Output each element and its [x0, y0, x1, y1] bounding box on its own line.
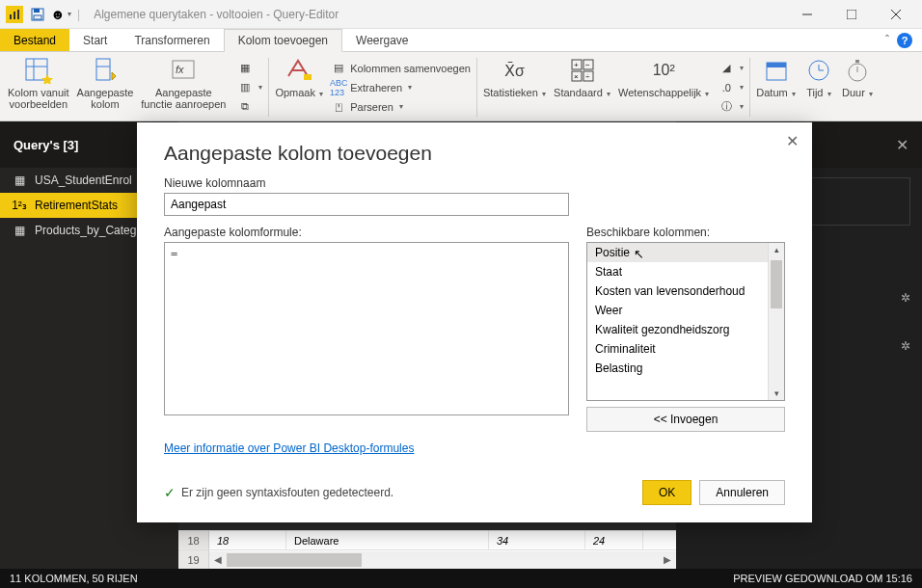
information-button[interactable]: ⓘ▾ [715, 97, 747, 117]
table-row[interactable]: 18 18 Delaware 34 24 [178, 530, 676, 549]
svg-text:+: + [574, 61, 579, 69]
syntax-status: ✓ Er zijn geen syntaxisfouten gedetectee… [164, 485, 393, 500]
duration-button[interactable]: Duur ▾ [838, 54, 877, 120]
index-column-button[interactable]: ▥▾ [233, 78, 266, 97]
stopwatch-icon [842, 56, 873, 85]
trig-icon: ◢ [719, 61, 734, 76]
svg-rect-0 [10, 14, 12, 19]
dialog-close-button[interactable]: ✕ [786, 132, 799, 150]
column-item-kwaliteit[interactable]: Kwaliteit gezondheidszorg [587, 320, 784, 339]
ribbon-tabs: Bestand Start Transformeren Kolom toevoe… [0, 29, 922, 52]
save-button[interactable] [27, 4, 48, 25]
ok-button[interactable]: OK [642, 480, 692, 505]
format-icon [284, 56, 314, 85]
horizontal-scrollbar[interactable]: ◀ ▶ [209, 551, 676, 569]
round-icon: .0 [719, 80, 734, 95]
svg-rect-2 [17, 10, 19, 19]
help-icon[interactable]: ? [897, 33, 912, 48]
columns-scrollbar[interactable]: ▴ ▾ [768, 243, 784, 400]
scientific-button[interactable]: 10² Wetenschappelijk ▾ [614, 54, 713, 120]
function-icon: fx [168, 56, 199, 85]
collapse-ribbon-icon[interactable]: ˆ [885, 34, 889, 47]
column-item-belasting[interactable]: Belasting [587, 359, 784, 378]
column-item-weer[interactable]: Weer [587, 301, 784, 320]
table-icon: ▦ [12, 224, 27, 237]
parse-icon: ⍞ [331, 99, 346, 115]
title-bar: ☻▾ | Algemene querytaken - voltooien - Q… [0, 0, 922, 29]
svg-rect-35 [855, 60, 859, 63]
tab-file[interactable]: Bestand [0, 29, 69, 51]
duplicate-icon: ⧉ [237, 99, 253, 115]
duplicate-column-button[interactable]: ⧉ [233, 97, 266, 117]
parse-button[interactable]: ⍞Parseren▾ [327, 97, 475, 117]
available-columns-label: Beschikbare kolommen: [586, 226, 785, 239]
table-star-icon [23, 56, 54, 85]
new-column-name-input[interactable] [164, 193, 569, 216]
tab-view[interactable]: Weergave [342, 29, 421, 51]
save-icon [30, 7, 45, 22]
column-item-kosten[interactable]: Kosten van levensonderhoud [587, 281, 784, 301]
clock-icon [803, 56, 834, 85]
cancel-button[interactable]: Annuleren [699, 480, 785, 505]
tab-transform[interactable]: Transformeren [121, 29, 223, 51]
ribbon-help: ˆ ? [885, 29, 922, 51]
gear-icon[interactable]: ✲ [901, 339, 910, 353]
index-icon: ▥ [237, 80, 253, 95]
time-button[interactable]: Tijd ▾ [800, 54, 838, 120]
gear-icon[interactable]: ✲ [901, 291, 910, 305]
custom-column-icon [90, 56, 121, 85]
formula-label: Aangepaste kolomformule: [164, 226, 569, 239]
sigma-icon: X̄σ [500, 56, 530, 85]
svg-text:−: − [585, 61, 590, 69]
info-icon: ⓘ [719, 99, 734, 115]
standard-button[interactable]: +−×÷ Standaard ▾ [550, 54, 614, 120]
table-icon: ▦ [12, 174, 27, 187]
dialog-title: Aangepaste kolom toevoegen [164, 142, 785, 165]
smiley-icon: ☻ [50, 6, 66, 22]
svg-rect-7 [847, 10, 856, 19]
formula-input[interactable]: = [164, 242, 569, 415]
statistics-button[interactable]: X̄σ Statistieken ▾ [479, 54, 550, 120]
close-button[interactable] [874, 0, 918, 29]
conditional-column-button[interactable]: ▦ [233, 59, 266, 78]
table-row[interactable]: 19 ◀ ▶ [178, 549, 676, 569]
column-from-examples-button[interactable]: Kolom vanuit voorbeelden [4, 54, 73, 120]
rounding-button[interactable]: .0▾ [715, 78, 747, 97]
column-item-staat[interactable]: Staat [587, 262, 784, 281]
checkmark-icon: ✓ [164, 485, 176, 500]
formula-help-link[interactable]: Meer informatie over Power BI Desktop-fo… [164, 441, 785, 455]
condition-icon: ▦ [237, 61, 253, 76]
extract-button[interactable]: ABC123Extraheren▾ [327, 78, 475, 97]
maximize-button[interactable] [829, 0, 874, 29]
emoji-button[interactable]: ☻▾ [50, 4, 71, 25]
column-row-count: 11 KOLOMMEN, 50 RIJEN [10, 573, 138, 584]
calc-icon: +−×÷ [567, 56, 598, 85]
svg-rect-10 [26, 59, 47, 80]
app-logo[interactable] [4, 4, 25, 25]
window-title: Algemene querytaken - voltooien - Query-… [94, 8, 339, 21]
minimize-button[interactable] [785, 0, 829, 29]
column-item-criminaliteit[interactable]: Criminaliteit [587, 339, 784, 359]
quick-access-toolbar: ☻▾ | [4, 4, 84, 25]
close-settings-button[interactable]: ✕ [896, 136, 908, 154]
column-item-positie[interactable]: Positie [587, 243, 784, 262]
tab-add-column[interactable]: Kolom toevoegen [224, 29, 342, 52]
custom-column-button[interactable]: Aangepaste kolom [73, 54, 138, 120]
format-button[interactable]: Opmaak ▾ [271, 54, 327, 120]
powerbi-icon [6, 6, 23, 23]
trigonometry-button[interactable]: ◢▾ [715, 59, 747, 78]
row-number: 19 [178, 550, 209, 569]
window-controls [785, 0, 918, 29]
merge-icon: ▤ [331, 61, 346, 76]
insert-column-button[interactable]: << Invoegen [586, 407, 785, 432]
custom-function-button[interactable]: fx Aangepaste functie aanroepen [137, 54, 230, 120]
ribbon: Kolom vanuit voorbeelden Aangepaste kolo… [0, 52, 922, 121]
svg-rect-5 [34, 15, 41, 19]
date-button[interactable]: Datum ▾ [752, 54, 800, 120]
svg-rect-1 [14, 12, 15, 19]
tab-home[interactable]: Start [69, 29, 121, 51]
merge-columns-button[interactable]: ▤Kolommen samenvoegen [327, 59, 475, 78]
svg-rect-14 [96, 59, 110, 80]
svg-text:fx: fx [176, 64, 184, 75]
svg-rect-4 [34, 9, 40, 13]
